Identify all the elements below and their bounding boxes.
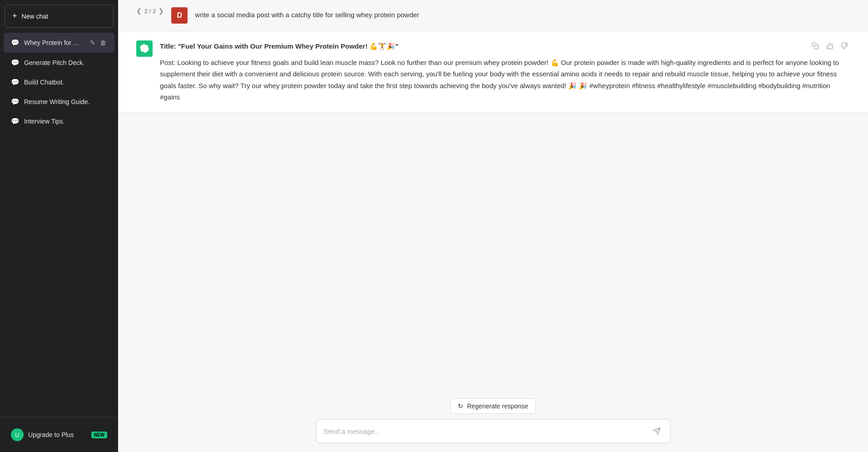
- sidebar-item-resume-writing[interactable]: 💬 Resume Writing Guide.: [4, 92, 114, 111]
- new-badge: NEW: [91, 432, 107, 438]
- assistant-message-title: Title: "Fuel Your Gains with Our Premium…: [160, 40, 850, 52]
- user-avatar: U: [11, 428, 24, 441]
- chat-icon: 💬: [11, 117, 20, 125]
- chat-item-label: Interview Tips.: [24, 118, 107, 125]
- chat-icon: 💬: [11, 98, 20, 106]
- message-actions: [810, 40, 850, 51]
- assistant-message-body: Post: Looking to achieve your fitness go…: [160, 57, 850, 103]
- assistant-message-section: Title: "Fuel Your Gains with Our Premium…: [118, 31, 868, 113]
- chat-item-label: Generate Pitch Deck.: [24, 59, 107, 66]
- assistant-message-content: Title: "Fuel Your Gains with Our Premium…: [160, 40, 850, 103]
- messages-area: ❮ 2 / 2 ❯ D write a social media post wi…: [118, 0, 868, 391]
- main-content: ❮ 2 / 2 ❯ D write a social media post wi…: [118, 0, 868, 452]
- delete-chat-button[interactable]: 🗑: [99, 38, 107, 47]
- regenerate-response-button[interactable]: ↻ Regenerate response: [450, 398, 536, 414]
- chat-list: 💬 Whey Protein for Gains. ✎ 🗑 💬 Generate…: [0, 30, 118, 417]
- pagination-next-arrow[interactable]: ❯: [159, 7, 164, 15]
- assistant-avatar: [136, 40, 153, 57]
- chatgpt-logo-icon: [140, 44, 149, 53]
- upgrade-label: Upgrade to Plus: [28, 431, 74, 438]
- sidebar-item-build-chatbot[interactable]: 💬 Build Chatbot.: [4, 73, 114, 92]
- pagination-current: 2 / 2: [144, 8, 156, 15]
- chat-icon: 💬: [11, 39, 20, 47]
- regenerate-label: Regenerate response: [467, 402, 528, 410]
- plus-icon: +: [12, 11, 17, 21]
- sidebar-item-whey-protein[interactable]: 💬 Whey Protein for Gains. ✎ 🗑: [4, 33, 114, 53]
- empty-area: [118, 113, 868, 392]
- sidebar-item-pitch-deck[interactable]: 💬 Generate Pitch Deck.: [4, 53, 114, 72]
- message-input-area: [316, 419, 670, 443]
- svg-rect-0: [814, 45, 818, 49]
- sidebar-bottom: U Upgrade to Plus NEW: [0, 417, 118, 452]
- regenerate-icon: ↻: [458, 402, 463, 410]
- thumbs-up-button[interactable]: [824, 40, 835, 51]
- upgrade-to-plus-button[interactable]: U Upgrade to Plus NEW: [5, 423, 114, 447]
- thumbs-down-button[interactable]: [839, 40, 850, 51]
- bottom-controls: ↻ Regenerate response: [118, 391, 868, 452]
- pagination: ❮ 2 / 2 ❯: [136, 7, 164, 15]
- chat-icon: 💬: [11, 59, 20, 67]
- user-initial: D: [177, 11, 183, 20]
- chat-item-label: Resume Writing Guide.: [24, 98, 107, 105]
- send-button[interactable]: [651, 425, 663, 437]
- pagination-prev-arrow[interactable]: ❮: [136, 7, 142, 15]
- chat-item-label: Whey Protein for Gains.: [24, 39, 84, 46]
- user-initial: U: [15, 432, 19, 438]
- copy-message-button[interactable]: [810, 40, 821, 51]
- chat-actions: ✎ 🗑: [89, 38, 107, 47]
- chat-icon: 💬: [11, 78, 20, 86]
- user-message-text: write a social media post with a catchy …: [195, 7, 419, 20]
- message-input[interactable]: [324, 427, 651, 435]
- user-message-section: ❮ 2 / 2 ❯ D write a social media post wi…: [118, 0, 868, 31]
- new-chat-label: New chat: [22, 13, 48, 20]
- sidebar: + New chat 💬 Whey Protein for Gains. ✎ 🗑…: [0, 0, 118, 452]
- sidebar-item-interview-tips[interactable]: 💬 Interview Tips.: [4, 112, 114, 131]
- chat-item-label: Build Chatbot.: [24, 79, 107, 86]
- new-chat-button[interactable]: + New chat: [5, 5, 114, 28]
- user-avatar: D: [171, 7, 188, 24]
- edit-chat-button[interactable]: ✎: [89, 38, 96, 47]
